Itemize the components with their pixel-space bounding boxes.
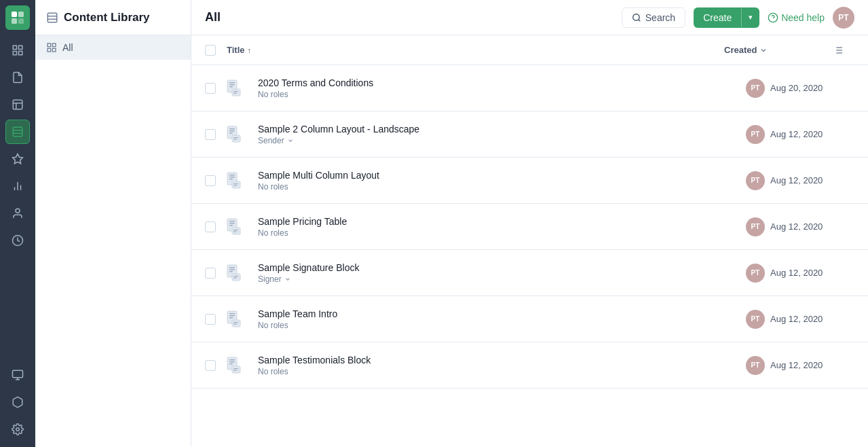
row-avatar: PT <box>746 264 765 283</box>
nav-icon-documents[interactable] <box>5 65 30 90</box>
svg-rect-45 <box>232 89 240 96</box>
svg-rect-65 <box>229 225 233 226</box>
page-title: All <box>205 10 614 24</box>
row-subtitle: No roles <box>258 90 746 99</box>
svg-rect-79 <box>229 317 233 319</box>
nav-icon-cube[interactable] <box>5 390 30 414</box>
row-title: Sample Multi Column Layout <box>258 170 746 181</box>
table-row[interactable]: Sample Pricing Table No roles PT Aug 12,… <box>191 204 868 250</box>
row-title: Sample Testimonials Block <box>258 355 746 365</box>
create-label[interactable]: Create <box>694 7 741 28</box>
svg-rect-5 <box>19 46 22 49</box>
row-checkbox[interactable] <box>205 175 227 186</box>
row-date: Aug 12, 2020 <box>770 175 823 185</box>
row-date: Aug 12, 2020 <box>770 268 823 278</box>
table-row[interactable]: Sample Testimonials Block No roles PT Au… <box>191 342 868 389</box>
svg-rect-53 <box>233 137 238 138</box>
create-dropdown-arrow[interactable]: ▾ <box>742 8 759 26</box>
row-content: Sample Signature Block Signer <box>258 262 746 284</box>
svg-rect-75 <box>233 277 237 278</box>
svg-rect-28 <box>52 43 56 47</box>
table-row[interactable]: Sample 2 Column Layout - Landscape Sende… <box>191 111 868 158</box>
nav-icon-settings[interactable] <box>5 417 30 442</box>
table-body: 2020 Terms and Conditions No roles PT Au… <box>191 65 868 389</box>
nav-icon-monitor[interactable] <box>5 363 30 387</box>
row-created: PT Aug 12, 2020 <box>746 264 854 283</box>
svg-rect-11 <box>13 127 22 137</box>
nav-icon-dashboard[interactable] <box>5 38 30 62</box>
row-content: Sample Testimonials Block No roles <box>258 355 746 376</box>
row-avatar: PT <box>746 310 765 329</box>
row-checkbox[interactable] <box>205 314 227 325</box>
svg-line-32 <box>638 19 640 21</box>
svg-rect-29 <box>48 48 51 52</box>
row-title: Sample Team Intro <box>258 308 746 319</box>
nav-icon-clock[interactable] <box>5 228 30 253</box>
svg-rect-4 <box>13 46 16 49</box>
row-subtitle: No roles <box>258 182 746 192</box>
table-row[interactable]: 2020 Terms and Conditions No roles PT Au… <box>191 65 868 111</box>
help-icon <box>768 12 778 23</box>
nav-icon-deals[interactable] <box>5 147 30 171</box>
sidebar-title: Content Library <box>64 11 150 24</box>
row-avatar: PT <box>746 171 765 190</box>
row-created: PT Aug 12, 2020 <box>746 171 854 190</box>
row-checkbox[interactable] <box>205 221 227 232</box>
create-button-group[interactable]: Create ▾ <box>694 7 759 28</box>
column-header-title[interactable]: Title <box>227 45 724 55</box>
row-checkbox[interactable] <box>205 83 227 94</box>
avatar-initials: PT <box>838 13 848 22</box>
sidebar-item-all[interactable]: All <box>35 35 191 60</box>
svg-rect-54 <box>233 139 237 139</box>
column-header-created[interactable]: Created <box>724 45 833 55</box>
svg-rect-24 <box>48 13 57 22</box>
search-icon <box>632 13 641 22</box>
nav-icon-contacts[interactable] <box>5 201 30 226</box>
svg-rect-60 <box>233 183 238 184</box>
svg-rect-74 <box>233 276 238 276</box>
table-row[interactable]: Sample Team Intro No roles PT Aug 12, 20… <box>191 296 868 342</box>
row-title: Sample 2 Column Layout - Landscape <box>258 124 746 135</box>
column-settings-icon[interactable] <box>833 45 854 56</box>
row-date: Aug 12, 2020 <box>770 221 823 232</box>
content-type-icon <box>227 310 251 328</box>
row-subtitle: No roles <box>258 321 746 330</box>
row-date: Aug 12, 2020 <box>770 360 823 370</box>
row-subtitle[interactable]: Sender <box>258 136 746 145</box>
sidebar: Content Library All <box>35 0 191 447</box>
svg-rect-52 <box>232 135 240 142</box>
user-avatar[interactable]: PT <box>833 7 854 29</box>
table-row[interactable]: Sample Signature Block Signer PT Aug 12,… <box>191 250 868 296</box>
svg-rect-81 <box>233 322 238 323</box>
search-button[interactable]: Search <box>622 7 685 28</box>
row-title: Sample Pricing Table <box>258 216 746 227</box>
app-logo[interactable] <box>5 5 30 30</box>
svg-rect-88 <box>233 368 238 369</box>
left-navigation <box>0 0 35 447</box>
svg-rect-6 <box>13 52 16 55</box>
svg-rect-20 <box>13 370 23 378</box>
svg-rect-67 <box>233 230 238 230</box>
svg-rect-56 <box>229 175 235 176</box>
content-library-icon <box>46 12 58 24</box>
svg-point-31 <box>633 14 639 20</box>
row-checkbox[interactable] <box>205 268 227 279</box>
svg-rect-42 <box>229 82 235 84</box>
svg-rect-68 <box>233 231 237 232</box>
svg-rect-51 <box>229 132 233 134</box>
svg-rect-80 <box>232 320 240 327</box>
help-button[interactable]: Need help <box>768 12 825 23</box>
nav-icon-content-library[interactable] <box>5 120 30 144</box>
content-type-icon <box>227 264 251 282</box>
row-checkbox[interactable] <box>205 129 227 140</box>
row-subtitle[interactable]: Signer <box>258 274 746 284</box>
nav-icon-templates[interactable] <box>5 92 30 117</box>
table-row[interactable]: Sample Multi Column Layout No roles PT A… <box>191 158 868 204</box>
content-type-icon <box>227 357 251 374</box>
row-checkbox[interactable] <box>205 360 227 371</box>
select-all-checkbox[interactable] <box>205 45 216 56</box>
nav-icon-reports[interactable] <box>5 174 30 198</box>
row-avatar: PT <box>746 125 765 144</box>
svg-rect-61 <box>233 185 237 185</box>
header-checkbox[interactable] <box>205 45 227 56</box>
